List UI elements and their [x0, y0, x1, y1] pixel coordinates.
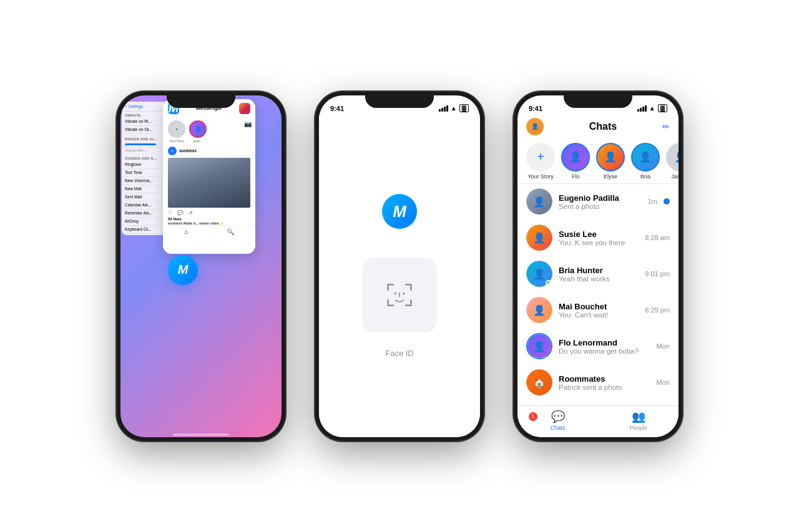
- wifi-icon: ▲: [451, 105, 457, 112]
- messenger-float-icon: M: [168, 255, 198, 285]
- chat-name-susie: Susie Lee: [559, 230, 639, 239]
- home-indicator: [570, 433, 626, 436]
- story-avatar-user: 👤: [189, 120, 207, 138]
- chat-info-flo: Flo Lenormand Do you wanna get boba?: [559, 338, 650, 355]
- instagram-icon: [239, 103, 250, 114]
- chat-item-flo[interactable]: 👤 Flo Lenormand Do you wanna get boba? M…: [517, 328, 679, 364]
- status-time: 9:41: [330, 105, 344, 112]
- chat-name-roommates: Roommates: [559, 374, 650, 384]
- story-bria[interactable]: 👤 Bria: [631, 143, 660, 180]
- chat-avatar-mai: 👤: [526, 297, 552, 323]
- chat-info-bria: Bria Hunter Yeah that works: [559, 266, 639, 283]
- messenger-logo: M: [382, 194, 417, 229]
- svg-point-1: [403, 293, 404, 294]
- story-flo[interactable]: 👤 Flo: [561, 143, 590, 180]
- chat-time-eugenio: 1m: [648, 198, 657, 205]
- bria-label: Bria: [640, 173, 650, 180]
- chat-item-susie[interactable]: 👤 Susie Lee You: K see you there 8:28 am: [517, 220, 679, 256]
- chat-time-bria: 9:01 pm: [645, 270, 670, 278]
- chat-time-mai: 6:29 pm: [645, 306, 670, 314]
- svg-point-0: [395, 293, 396, 294]
- chats-header: 👤 Chats ✏: [517, 113, 679, 139]
- flo-story-ring: 👤: [561, 143, 590, 172]
- james-story-ring: 👤: [666, 143, 679, 172]
- status-bar-chats: 9:41 ▲ ▓: [517, 95, 679, 115]
- chat-time-susie: 8:28 am: [645, 234, 670, 241]
- chat-preview-flo: Do you wanna get boba?: [559, 347, 650, 355]
- chat-preview-roommates: Patrick sent a photo: [559, 384, 650, 391]
- add-story-ring: +: [526, 143, 555, 172]
- chats-title: Chats: [544, 121, 662, 132]
- home-indicator: [173, 433, 229, 436]
- home-indicator: [371, 433, 428, 436]
- status-icons-chats: ▲ ▓: [637, 104, 667, 112]
- ig-search-icon[interactable]: 🔍: [227, 228, 234, 235]
- face-id-box[interactable]: [362, 258, 437, 332]
- flo-label: Flo: [572, 173, 580, 180]
- messenger-app-card[interactable]: M Messenger 📷 ● Your Story: [163, 99, 255, 254]
- story-james[interactable]: 👤 Jame...: [666, 143, 679, 180]
- your-story-avatar: ●: [168, 120, 185, 138]
- chat-info-roommates: Roommates Patrick sent a photo: [559, 374, 650, 391]
- chat-preview-susie: You: K see you there: [559, 239, 639, 246]
- chat-item-roommates[interactable]: 🏠 Roommates Patrick sent a photo Mon: [517, 364, 679, 400]
- wifi-icon-chats: ▲: [649, 105, 655, 112]
- chat-info-eugenio: Eugenio Padilla Sent a photo: [559, 193, 642, 210]
- camera-icon[interactable]: 📷: [244, 120, 252, 127]
- add-icon: +: [537, 150, 544, 164]
- battery-icon: ▓: [459, 104, 469, 112]
- stories-row: ● Your Story 👤 gold...: [163, 117, 255, 147]
- face-id-screen: M Face ID: [319, 115, 480, 437]
- chat-item-bria[interactable]: 👤 Bria Hunter Yeah that works 9:01 pm: [517, 256, 679, 292]
- chats-tab-badge: 1: [529, 412, 537, 421]
- messenger-m-icon: M: [178, 263, 189, 277]
- messenger-logo-icon: M: [393, 202, 406, 221]
- face-id-label: Face ID: [385, 349, 414, 358]
- face-id-icon: [384, 279, 415, 311]
- chat-preview-eugenio: Sent a photo: [559, 203, 642, 210]
- ig-caption-user: susiness: [168, 221, 183, 225]
- online-indicator-bria: [546, 280, 552, 286]
- user-avatar[interactable]: 👤: [526, 118, 544, 135]
- elyse-story-ring: 👤: [596, 143, 625, 172]
- chat-time-flo: Mon: [657, 342, 670, 350]
- phone2-screen: 9:41 ▲ ▓ M: [319, 95, 480, 437]
- phone-3-chats: 9:41 ▲ ▓ 👤 Chats ✏: [514, 92, 682, 441]
- ig-post-image: [168, 158, 250, 208]
- phone-2-face-id: 9:41 ▲ ▓ M: [315, 92, 484, 441]
- chat-name-mai: Mai Bouchet: [559, 302, 639, 311]
- tab-people[interactable]: 👥 People: [598, 406, 679, 437]
- chat-name-flo: Flo Lenormand: [559, 338, 650, 347]
- chat-avatar-roommates: 🏠: [526, 369, 552, 395]
- share-icon[interactable]: ↗: [189, 210, 193, 216]
- edit-icon[interactable]: ✏: [662, 122, 670, 132]
- ig-caption-text: Made it... winter vibes ✨: [184, 221, 224, 225]
- stories-scroll: + Your Story 👤 Flo 👤 Elyse: [517, 139, 679, 183]
- james-label: Jame...: [671, 173, 679, 180]
- tab-chats[interactable]: 💬 1 Chats: [517, 406, 598, 437]
- card-app-title: Messenger: [196, 105, 222, 111]
- people-tab-icon: 👥: [632, 410, 645, 423]
- like-icon[interactable]: ♡: [168, 210, 172, 216]
- chat-avatar-eugenio: 👤: [526, 188, 552, 215]
- card-content: 📷 ● Your Story 👤 gold...: [163, 117, 255, 254]
- ig-home-icon[interactable]: ⌂: [184, 228, 188, 235]
- ig-nav: ⌂ 🔍: [163, 225, 255, 238]
- chat-item-mai[interactable]: 👤 Mai Bouchet You: Can't wait! 6:29 pm: [517, 292, 679, 328]
- chats-screen: 9:41 ▲ ▓ 👤 Chats ✏: [517, 95, 679, 437]
- phone3-screen: 9:41 ▲ ▓ 👤 Chats ✏: [517, 95, 679, 437]
- elyse-label: Elyse: [604, 173, 617, 180]
- comment-icon[interactable]: 💬: [177, 210, 184, 216]
- chat-item-melissa[interactable]: 👤 Melissa Rauff Mai invited you to join …: [517, 400, 679, 405]
- chat-preview-bria: Yeah that works: [559, 275, 639, 283]
- messenger-app-icon: M: [168, 103, 179, 114]
- people-tab-label: People: [629, 425, 647, 431]
- story-item-user: 👤 gold...: [189, 120, 207, 143]
- chat-info-susie: Susie Lee You: K see you there: [559, 230, 639, 246]
- story-your-story[interactable]: + Your Story: [526, 143, 555, 180]
- tab-bar: 💬 1 Chats 👥 People: [517, 405, 679, 437]
- story-elyse[interactable]: 👤 Elyse: [596, 143, 625, 180]
- status-time-chats: 9:41: [529, 105, 542, 112]
- chat-item-eugenio[interactable]: 👤 Eugenio Padilla Sent a photo 1m: [517, 183, 679, 220]
- chats-tab-icon: 💬: [551, 410, 565, 423]
